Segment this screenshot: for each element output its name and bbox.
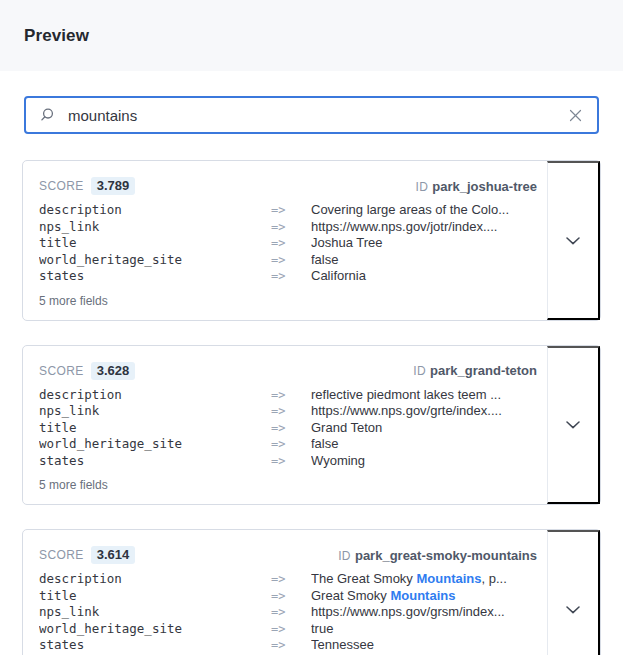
field-row: states=>Wyoming (39, 453, 537, 470)
field-row: description=>Covering large areas of the… (39, 202, 537, 219)
field-arrow: => (271, 202, 311, 219)
field-row: states=>California (39, 268, 537, 285)
field-key: world_heritage_site (39, 252, 271, 269)
field-arrow: => (271, 588, 311, 605)
id-label: ID (415, 180, 428, 194)
field-arrow: => (271, 252, 311, 269)
score-group: SCORE3.628 (39, 361, 135, 380)
expand-result-button[interactable] (547, 161, 600, 320)
field-row: world_heritage_site=>false (39, 436, 537, 453)
id-label: ID (338, 549, 351, 563)
result-card: SCORE3.789 IDpark_joshua-tree descriptio… (22, 160, 601, 321)
id-group: IDpark_grand-teton (413, 361, 537, 379)
search-box (24, 96, 599, 134)
field-rows: description=>Covering large areas of the… (39, 202, 537, 285)
field-row: nps_link=>https://www.nps.gov/grte/index… (39, 403, 537, 420)
field-arrow: => (271, 621, 311, 638)
field-arrow: => (271, 436, 311, 453)
more-fields-text: 5 more fields (39, 294, 537, 308)
field-row: world_heritage_site=>false (39, 252, 537, 269)
preview-header: Preview (0, 0, 623, 71)
field-row: title=>Great Smoky Mountains (39, 588, 537, 605)
field-key: description (39, 387, 271, 404)
id-label: ID (413, 364, 426, 378)
field-key: title (39, 588, 271, 605)
expand-result-button[interactable] (547, 346, 600, 505)
field-arrow: => (271, 403, 311, 420)
field-value: Great Smoky Mountains (311, 588, 537, 605)
score-label: SCORE (39, 364, 84, 378)
field-key: description (39, 202, 271, 219)
field-value: https://www.nps.gov/grte/index.... (311, 403, 537, 420)
field-key: description (39, 571, 271, 588)
field-value: reflective piedmont lakes teem ... (311, 387, 537, 404)
result-card-content: SCORE3.614 IDpark_great-smoky-mountains … (23, 530, 547, 655)
score-value: 3.789 (91, 177, 136, 195)
result-card: SCORE3.614 IDpark_great-smoky-mountains … (22, 529, 601, 655)
field-value: false (311, 252, 537, 269)
score-value: 3.628 (91, 362, 136, 380)
search-section (0, 71, 623, 134)
id-group: IDpark_great-smoky-mountains (338, 546, 537, 564)
page-title: Preview (24, 26, 89, 46)
expand-result-button[interactable] (547, 530, 600, 655)
field-rows: description=>The Great Smoky Mountains, … (39, 571, 537, 654)
field-arrow: => (271, 571, 311, 588)
chevron-down-icon (566, 233, 580, 248)
field-value: https://www.nps.gov/jotr/index.... (311, 219, 537, 236)
score-group: SCORE3.614 (39, 545, 135, 564)
field-row: title=>Grand Teton (39, 420, 537, 437)
field-value: Wyoming (311, 453, 537, 470)
field-value: The Great Smoky Mountains, p... (311, 571, 537, 588)
search-icon (40, 107, 56, 123)
field-row: states=>Tennessee (39, 637, 537, 654)
field-row: nps_link=>https://www.nps.gov/grsm/index… (39, 604, 537, 621)
field-arrow: => (271, 235, 311, 252)
field-value: https://www.nps.gov/grsm/index... (311, 604, 537, 621)
chevron-down-icon (566, 602, 580, 617)
field-value: Grand Teton (311, 420, 537, 437)
more-fields-text: 5 more fields (39, 478, 537, 492)
field-key: states (39, 268, 271, 285)
id-value: park_grand-teton (430, 363, 537, 378)
field-key: world_heritage_site (39, 436, 271, 453)
field-arrow: => (271, 420, 311, 437)
field-value: Joshua Tree (311, 235, 537, 252)
id-value: park_great-smoky-mountains (355, 548, 537, 563)
score-group: SCORE3.789 (39, 176, 135, 195)
field-key: states (39, 637, 271, 654)
field-key: title (39, 235, 271, 252)
field-rows: description=>reflective piedmont lakes t… (39, 387, 537, 470)
field-arrow: => (271, 219, 311, 236)
field-row: title=>Joshua Tree (39, 235, 537, 252)
field-row: nps_link=>https://www.nps.gov/jotr/index… (39, 219, 537, 236)
field-key: world_heritage_site (39, 621, 271, 638)
score-label: SCORE (39, 179, 84, 193)
chevron-down-icon (566, 417, 580, 432)
clear-search-button[interactable] (567, 107, 584, 124)
result-card-header: SCORE3.628 IDpark_grand-teton (39, 361, 537, 380)
score-label: SCORE (39, 548, 84, 562)
id-group: IDpark_joshua-tree (415, 177, 537, 195)
field-key: nps_link (39, 604, 271, 621)
result-card-header: SCORE3.614 IDpark_great-smoky-mountains (39, 545, 537, 564)
field-key: nps_link (39, 403, 271, 420)
result-card-header: SCORE3.789 IDpark_joshua-tree (39, 176, 537, 195)
field-value: California (311, 268, 537, 285)
search-input[interactable] (68, 107, 567, 124)
results-list: SCORE3.789 IDpark_joshua-tree descriptio… (0, 134, 623, 655)
field-arrow: => (271, 604, 311, 621)
field-arrow: => (271, 453, 311, 470)
field-row: description=>The Great Smoky Mountains, … (39, 571, 537, 588)
field-arrow: => (271, 268, 311, 285)
field-key: title (39, 420, 271, 437)
field-key: nps_link (39, 219, 271, 236)
result-card-content: SCORE3.789 IDpark_joshua-tree descriptio… (23, 161, 547, 320)
id-value: park_joshua-tree (432, 179, 537, 194)
result-card-content: SCORE3.628 IDpark_grand-teton descriptio… (23, 346, 547, 505)
field-arrow: => (271, 637, 311, 654)
field-value: false (311, 436, 537, 453)
field-value: Tennessee (311, 637, 537, 654)
score-value: 3.614 (91, 546, 136, 564)
field-arrow: => (271, 387, 311, 404)
